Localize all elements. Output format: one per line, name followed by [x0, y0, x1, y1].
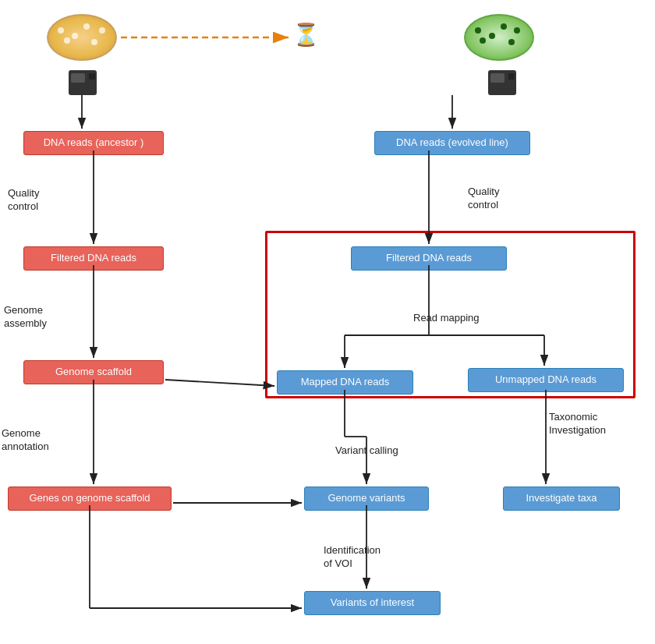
- genome-annotation-label: Genomeannotation: [2, 427, 87, 454]
- sequencer-right: [488, 70, 516, 95]
- hourglass-icon: ⏳: [292, 22, 320, 48]
- variant-calling-label: Variant calling: [335, 444, 429, 458]
- diagram-container: ⏳ DNA reads (ancestor ) DNA reads (evolv…: [0, 0, 655, 644]
- svg-line-14: [165, 380, 274, 386]
- genome-assembly-label: Genomeassembly: [4, 304, 82, 331]
- genome-scaffold-box: Genome scaffold: [23, 360, 164, 384]
- variants-interest-box: Variants of interest: [304, 591, 441, 615]
- quality-control-label-left: Qualitycontrol: [8, 187, 78, 214]
- highlight-box: [265, 231, 636, 398]
- sequencer-left: [69, 70, 97, 95]
- petri-dish-ancestor: [47, 14, 117, 61]
- dna-reads-evolved-box: DNA reads (evolved line): [374, 131, 530, 155]
- genes-scaffold-box: Genes on genome scaffold: [8, 487, 172, 511]
- filtered-dna-ancestor-box: Filtered DNA reads: [23, 246, 164, 271]
- dna-reads-ancestor-box: DNA reads (ancestor ): [23, 131, 164, 155]
- taxonomic-investigation-label: TaxonomicInvestigation: [549, 411, 643, 437]
- identification-voi-label: Identificationof VOI: [324, 544, 417, 571]
- genome-variants-box: Genome variants: [304, 487, 429, 511]
- quality-control-label-right: Qualitycontrol: [468, 186, 538, 212]
- petri-dish-evolved: [464, 14, 534, 61]
- investigate-taxa-box: Investigate taxa: [503, 487, 620, 511]
